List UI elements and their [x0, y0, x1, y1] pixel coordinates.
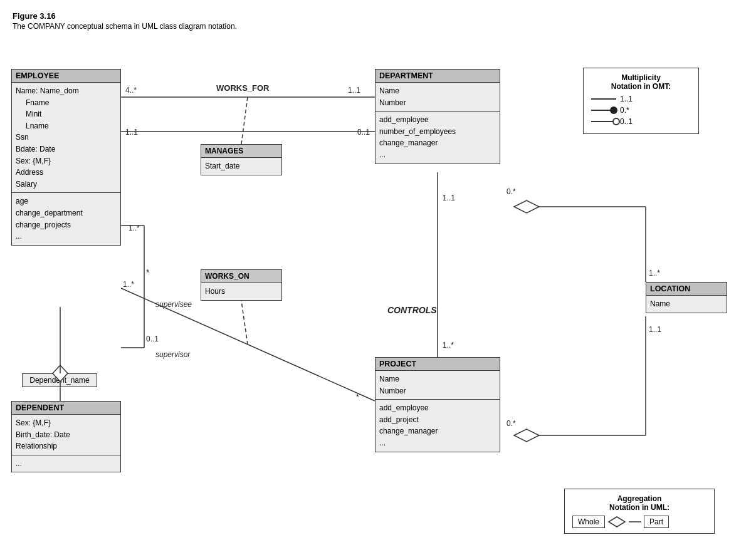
agg-part-label: Part — [644, 516, 669, 528]
notation-row-0star: 0.* — [591, 106, 691, 115]
notation-line-11 — [591, 98, 616, 100]
mult-01-supervisor: 0..1 — [146, 335, 159, 343]
manages-dashed-line — [241, 97, 248, 144]
mult-proj-workson: * — [356, 393, 359, 402]
aggregation-notation-box: AggregationNotation in UML: Whole Part — [564, 489, 715, 534]
location-section1: Name — [646, 296, 727, 313]
agg-title: AggregationNotation in UML: — [572, 494, 706, 512]
workson-section: Hours — [201, 283, 281, 300]
mult-emp-manages: 1..1 — [125, 128, 138, 137]
supervisor-label: supervisor — [155, 350, 191, 359]
mult-emp-worksfor: 4..* — [125, 86, 137, 95]
mult-proj-agg: 0.* — [507, 419, 516, 428]
dependent-name-box: Dependent_name — [22, 373, 97, 387]
figure-title: Figure 3.16 — [13, 11, 743, 21]
project-section1: Name Number — [375, 371, 500, 400]
figure-caption: The COMPANY conceptual schema in UML cla… — [13, 22, 743, 31]
employee-class: EMPLOYEE Name: Name_dom Fname Minit Lnam… — [11, 69, 121, 246]
supervisee-label: supervisee — [155, 300, 192, 309]
workson-header: WORKS_ON — [201, 270, 281, 283]
notation-circle-01 — [612, 118, 620, 125]
mult-emp-supervisee-top: 1..* — [129, 224, 140, 232]
notation-label-0star: 0.* — [620, 106, 629, 115]
dependent-class: DEPENDENT Sex: {M,F} Birth_date: Date Re… — [11, 401, 121, 472]
multiplicity-notation-box: MultiplicityNotation in OMT: 1..1 0.* 0.… — [583, 68, 699, 134]
workson-dashed — [241, 301, 248, 345]
dependent-name-label: Dependent_name — [29, 376, 89, 385]
mult-dept-manages: 0..1 — [357, 128, 370, 137]
dependent-section2: ... — [12, 455, 120, 472]
mult-dept-loc: 0.* — [507, 187, 516, 196]
notation-title: MultiplicityNotation in OMT: — [591, 73, 691, 91]
manages-section: Start_date — [201, 158, 281, 175]
agg-whole-label: Whole — [572, 516, 605, 528]
location-header: LOCATION — [646, 283, 727, 296]
manages-class: MANAGES Start_date — [201, 144, 282, 175]
agg-line-icon — [629, 516, 641, 528]
page-container: Figure 3.16 The COMPANY conceptual schem… — [0, 0, 756, 540]
notation-dot-0star — [610, 106, 617, 114]
employee-section2: age change_department change_projects ..… — [12, 193, 120, 244]
dept-agg-diamond — [514, 200, 539, 213]
controls-label: CONTROLS — [387, 305, 437, 315]
mult-proj-controls: 1..* — [443, 341, 454, 350]
workson-class: WORKS_ON Hours — [201, 269, 282, 301]
mult-emp-workson: 1..* — [123, 280, 134, 289]
department-header: DEPARTMENT — [375, 70, 500, 83]
notation-row-01: 0..1 — [591, 117, 691, 126]
notation-label-01: 0..1 — [620, 117, 633, 126]
proj-agg-diamond — [514, 429, 539, 442]
dependent-section1: Sex: {M,F} Birth_date: Date Relationship — [12, 415, 120, 455]
location-class: LOCATION Name — [646, 282, 727, 313]
mult-loc-star: 1..* — [649, 269, 660, 278]
mult-star-supervisee: * — [146, 267, 150, 278]
manages-header: MANAGES — [201, 145, 281, 158]
notation-label-11: 1..1 — [620, 95, 633, 103]
dependent-header: DEPENDENT — [12, 402, 120, 415]
department-section2: add_employee number_of_employees change_… — [375, 112, 500, 163]
notation-row-11: 1..1 — [591, 95, 691, 103]
agg-diamond-icon — [607, 516, 626, 528]
project-header: PROJECT — [375, 358, 500, 371]
department-section1: Name Number — [375, 83, 500, 112]
mult-dept-controls: 1..1 — [443, 194, 455, 202]
mult-dept-worksfor: 1..1 — [348, 86, 360, 95]
project-class: PROJECT Name Number add_employee add_pro… — [375, 357, 500, 452]
project-section2: add_employee add_project change_manager … — [375, 400, 500, 451]
workson-line — [121, 288, 375, 401]
agg-row: Whole Part — [572, 516, 706, 528]
mult-loc-11: 1..1 — [649, 325, 661, 334]
employee-header: EMPLOYEE — [12, 70, 120, 83]
works-for-label: WORKS_FOR — [216, 83, 270, 93]
department-class: DEPARTMENT Name Number add_employee numb… — [375, 69, 500, 164]
employee-section1: Name: Name_dom Fname Minit Lname Ssn Bda… — [12, 83, 120, 193]
svg-marker-0 — [609, 517, 625, 527]
